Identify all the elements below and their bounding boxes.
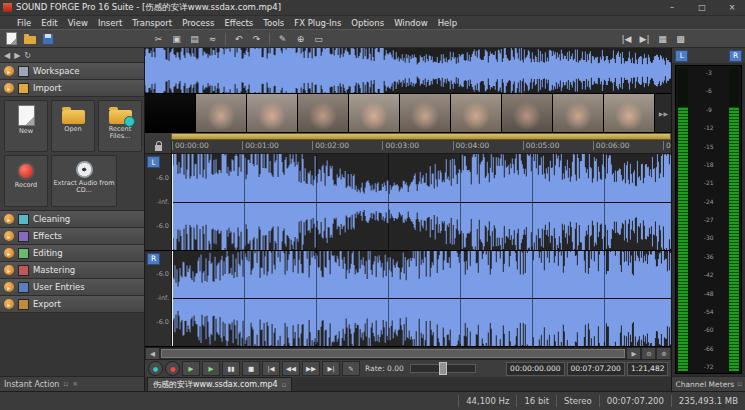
menu-item[interactable]: FX Plug-Ins xyxy=(289,18,346,28)
rate-slider-thumb[interactable] xyxy=(439,362,447,375)
menu-item[interactable]: Effects xyxy=(219,18,258,28)
open-button[interactable]: Open xyxy=(51,100,95,152)
time-ruler[interactable]: 00:00:0000:01:0000:02:0000:03:0000:04:00… xyxy=(145,140,671,154)
document-tab[interactable]: 伤感的安详www.ssdax.com.mp4 ▫ xyxy=(147,377,292,391)
sidebar-item-effects[interactable]: ▸ Effects xyxy=(0,228,144,245)
redo-icon[interactable]: ↷ xyxy=(248,32,265,46)
menu-item[interactable]: View xyxy=(63,18,93,28)
loop-region[interactable] xyxy=(171,133,671,140)
menu-item[interactable]: File xyxy=(12,18,36,28)
recent-files-button[interactable]: Recent Files... xyxy=(98,100,142,152)
scrollbar-track[interactable] xyxy=(160,348,626,359)
menu-item[interactable]: Insert xyxy=(93,18,127,28)
scrollbar-handle[interactable] xyxy=(161,349,625,358)
forward-button[interactable]: ▶▶ xyxy=(302,361,320,376)
go-to-end-button[interactable]: ▶| xyxy=(322,361,340,376)
filmstrip-more-icon[interactable]: ▶▶ xyxy=(655,94,671,132)
sidebar-item-workspace[interactable]: ▸ Workspace xyxy=(0,63,144,80)
video-frame[interactable] xyxy=(400,94,451,132)
meter-right-badge[interactable]: R xyxy=(729,50,742,62)
record-button[interactable]: ● xyxy=(165,361,180,376)
save-file-icon[interactable] xyxy=(39,32,56,46)
go-end-icon[interactable]: ▶| xyxy=(636,32,653,46)
video-frame[interactable] xyxy=(604,94,655,132)
menu-item[interactable]: Help xyxy=(433,18,462,28)
right-channel-waveform[interactable] xyxy=(172,251,671,347)
mix-icon[interactable]: ≈ xyxy=(204,32,221,46)
video-frame[interactable] xyxy=(145,94,196,132)
scroll-right-icon[interactable]: ▶ xyxy=(626,348,641,359)
new-button[interactable]: New xyxy=(4,100,48,152)
pause-button[interactable]: ▮▮ xyxy=(222,361,240,376)
record-button[interactable]: Record xyxy=(4,155,48,207)
menu-item[interactable]: Edit xyxy=(36,18,62,28)
video-frame[interactable] xyxy=(553,94,604,132)
stop-button[interactable]: ■ xyxy=(242,361,260,376)
video-frame[interactable] xyxy=(298,94,349,132)
pane-dock-icon[interactable]: ▫ xyxy=(63,380,68,388)
zoom-out-icon[interactable]: ⊖ xyxy=(641,348,656,359)
sidebar-item-export[interactable]: ▸ Export xyxy=(0,296,144,313)
maximize-button[interactable]: □ xyxy=(689,0,715,15)
event-tool-icon[interactable]: ▭ xyxy=(310,32,327,46)
left-channel-waveform[interactable] xyxy=(172,154,671,250)
open-file-icon[interactable] xyxy=(21,32,38,46)
meter-left-badge[interactable]: L xyxy=(675,50,688,62)
rewind-button[interactable]: ◀◀ xyxy=(282,361,300,376)
extract-audio-cd-button[interactable]: Extract Audio from CD... xyxy=(51,155,117,207)
edit-marker-icon[interactable]: ✎ xyxy=(342,361,360,376)
play-all-button[interactable]: ▶ xyxy=(182,361,200,376)
menu-item[interactable]: Tools xyxy=(258,18,289,28)
sidebar-item-cleaning[interactable]: ▸ Cleaning xyxy=(0,211,144,228)
new-file-icon[interactable] xyxy=(3,32,20,46)
copy-icon[interactable]: ▣ xyxy=(168,32,185,46)
record-monitor-button[interactable]: ● xyxy=(148,361,163,376)
sidebar-item-user-entries[interactable]: ▸ User Entries xyxy=(0,279,144,296)
scroll-left-icon[interactable]: ◀ xyxy=(145,348,160,359)
menu-item[interactable]: Process xyxy=(177,18,219,28)
left-channel: L -6.0 -Inf. -6.0 xyxy=(145,154,671,251)
playback-cursor[interactable] xyxy=(172,154,173,250)
menu-item[interactable]: Window xyxy=(389,18,433,28)
undo-icon[interactable]: ↶ xyxy=(230,32,247,46)
snap-icon[interactable]: ▩ xyxy=(672,32,689,46)
sidebar-item-import[interactable]: ▸ Import xyxy=(0,80,144,97)
close-button[interactable]: × xyxy=(719,0,745,15)
pane-close-icon[interactable]: × xyxy=(72,380,78,388)
video-frame[interactable] xyxy=(349,94,400,132)
minimize-button[interactable]: – xyxy=(659,0,685,15)
go-to-start-button[interactable]: |◀ xyxy=(262,361,280,376)
video-frame[interactable] xyxy=(502,94,553,132)
video-frame[interactable] xyxy=(247,94,298,132)
rate-slider[interactable] xyxy=(410,364,476,373)
video-frame[interactable] xyxy=(196,94,247,132)
grid-icon[interactable]: ▦ xyxy=(654,32,671,46)
cut-icon[interactable]: ✂ xyxy=(150,32,167,46)
instant-action-tab[interactable]: Instant Action ▫ × xyxy=(0,376,144,391)
horizontal-scrollbar[interactable]: ◀ ▶ ⊖ ⊕ xyxy=(145,347,671,359)
zoom-in-icon[interactable]: ⊕ xyxy=(656,348,671,359)
go-start-icon[interactable]: |◀ xyxy=(618,32,635,46)
play-button[interactable]: ▶ xyxy=(202,361,220,376)
sidebar-item-mastering[interactable]: ▸ Mastering xyxy=(0,262,144,279)
overview-waveform[interactable] xyxy=(145,48,671,94)
video-frame[interactable] xyxy=(451,94,502,132)
paste-icon[interactable]: ▤ xyxy=(186,32,203,46)
tab-pin-icon[interactable]: ▫ xyxy=(282,381,287,389)
forward-icon[interactable]: ▶ xyxy=(14,51,20,60)
selection-length-readout[interactable]: 1:21,482 xyxy=(627,362,669,376)
left-channel-badge[interactable]: L xyxy=(147,156,160,168)
channel-meters-tab[interactable]: Channel Meters ▫ xyxy=(672,376,745,391)
menu-item[interactable]: Transport xyxy=(127,18,177,28)
playback-cursor[interactable] xyxy=(172,251,173,347)
menu-item[interactable]: Options xyxy=(346,18,389,28)
sidebar-item-editing[interactable]: ▸ Editing xyxy=(0,245,144,262)
selection-end-readout[interactable]: 00:07:07.200 xyxy=(567,362,625,376)
back-icon[interactable]: ◀ xyxy=(4,51,10,60)
cursor-position-readout[interactable]: 00:00:00.000 xyxy=(506,362,564,376)
right-channel-badge[interactable]: R xyxy=(147,253,160,265)
magnify-tool-icon[interactable]: ⊕ xyxy=(292,32,309,46)
refresh-icon[interactable]: ↻ xyxy=(24,51,31,60)
pane-dock-icon[interactable]: ▫ xyxy=(737,380,742,388)
edit-tool-icon[interactable]: ✎ xyxy=(274,32,291,46)
